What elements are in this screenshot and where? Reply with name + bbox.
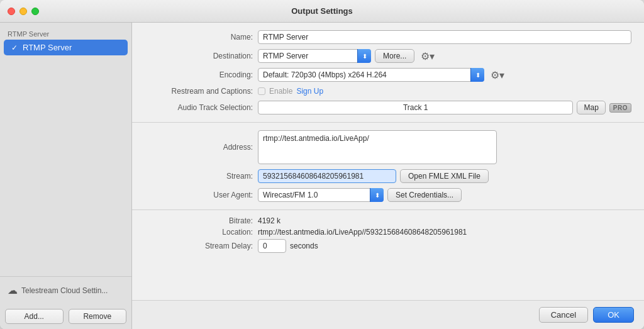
name-label: Name: — [145, 33, 258, 42]
destination-select[interactable]: RTMP Server — [258, 49, 371, 63]
stream-delay-input[interactable] — [258, 239, 286, 253]
sidebar-item-rtmp[interactable]: ✓ RTMP Server — [4, 40, 128, 55]
audio-track-label: Audio Track Selection: — [145, 103, 258, 112]
middle-section: Address: Stream: Open FMLE XML File User… — [132, 123, 644, 210]
restream-control: Enable Sign Up — [258, 87, 631, 96]
user-agent-select[interactable]: Wirecast/FM 1.0 — [258, 188, 384, 202]
restream-row: Restream and Captions: Enable Sign Up — [145, 87, 631, 96]
remove-button[interactable]: Remove — [69, 309, 127, 324]
name-input[interactable] — [258, 30, 631, 44]
encoding-row: Encoding: Default: 720p30 (4Mbps) x264 H… — [145, 68, 631, 82]
bitrate-row: Bitrate: 4192 k — [145, 216, 631, 225]
cloud-icon: ☁ — [8, 284, 18, 296]
location-label: Location: — [145, 228, 258, 237]
output-settings-window: Output Settings RTMP Server ✓ RTMP Serve… — [0, 0, 644, 329]
cloud-settings-item[interactable]: ☁ Telestream Cloud Settin... — [5, 282, 126, 299]
minimize-button[interactable] — [19, 8, 27, 15]
location-value: rtmp://test.antmedia.io/LiveApp//5932156… — [258, 228, 467, 237]
track-input[interactable] — [258, 101, 573, 114]
cloud-settings-label: Telestream Cloud Settin... — [21, 286, 108, 295]
close-button[interactable] — [8, 8, 15, 15]
user-agent-select-wrapper: Wirecast/FM 1.0 ⬍ — [258, 188, 384, 202]
main-content: RTMP Server ✓ RTMP Server ☁ Telestream C… — [0, 23, 644, 329]
destination-label: Destination: — [145, 52, 258, 60]
encoding-select-wrapper: Default: 720p30 (4Mbps) x264 H.264 ⬍ — [258, 68, 484, 82]
top-section: Name: Destination: RTMP Server ⬍ — [132, 23, 644, 123]
ok-button[interactable]: OK — [593, 307, 634, 323]
map-button[interactable]: Map — [577, 101, 605, 114]
enable-checkbox-group: Enable — [258, 87, 292, 96]
stream-delay-label: Stream Delay: — [145, 242, 258, 250]
encoding-select[interactable]: Default: 720p30 (4Mbps) x264 H.264 — [258, 68, 484, 82]
destination-control: RTMP Server ⬍ More... ⚙▾ — [258, 49, 631, 63]
sidebar: RTMP Server ✓ RTMP Server ☁ Telestream C… — [0, 23, 132, 329]
enable-label: Enable — [269, 87, 292, 96]
audio-track-row: Audio Track Selection: Map PRO — [145, 101, 631, 114]
window-title: Output Settings — [291, 6, 353, 16]
stream-row: Stream: Open FMLE XML File — [145, 169, 631, 183]
enable-checkbox[interactable] — [258, 87, 265, 95]
info-section: Bitrate: 4192 k Location: rtmp://test.an… — [132, 210, 644, 262]
set-credentials-button[interactable]: Set Credentials... — [387, 188, 462, 202]
seconds-label: seconds — [290, 242, 318, 250]
gear-icon: ⚙ — [421, 50, 430, 62]
stream-delay-control: seconds — [258, 239, 631, 253]
settings-panel: Name: Destination: RTMP Server ⬍ — [132, 23, 644, 329]
cancel-button[interactable]: Cancel — [539, 307, 588, 323]
sidebar-group-label: RTMP Server — [0, 28, 131, 39]
stream-delay-row: Stream Delay: seconds — [145, 239, 631, 253]
bitrate-value: 4192 k — [258, 216, 280, 225]
add-button[interactable]: Add... — [5, 309, 64, 324]
track-input-wrapper — [258, 101, 573, 114]
stream-input[interactable] — [258, 169, 396, 183]
maximize-button[interactable] — [31, 8, 39, 15]
encoding-control: Default: 720p30 (4Mbps) x264 H.264 ⬍ ⚙▾ — [258, 68, 631, 82]
encoding-gear-icon: ⚙ — [491, 69, 499, 81]
encoding-label: Encoding: — [145, 70, 258, 79]
open-fmle-button[interactable]: Open FMLE XML File — [400, 169, 489, 183]
address-row: Address: — [145, 130, 631, 164]
footer-buttons: Cancel OK — [132, 300, 644, 329]
user-agent-row: User Agent: Wirecast/FM 1.0 ⬍ Set Creden… — [145, 188, 631, 202]
destination-gear-button[interactable]: ⚙▾ — [418, 50, 437, 62]
title-bar: Output Settings — [0, 0, 644, 23]
pro-badge: PRO — [609, 103, 631, 113]
user-agent-control: Wirecast/FM 1.0 ⬍ Set Credentials... — [258, 188, 631, 202]
bitrate-label: Bitrate: — [145, 216, 258, 225]
encoding-gear-button[interactable]: ⚙▾ — [488, 69, 507, 81]
address-textarea[interactable] — [258, 130, 497, 164]
more-button[interactable]: More... — [375, 49, 414, 63]
sidebar-buttons: Add... Remove — [0, 304, 131, 329]
destination-row: Destination: RTMP Server ⬍ More... ⚙▾ — [145, 49, 631, 63]
address-control — [258, 130, 631, 164]
stream-control: Open FMLE XML File — [258, 169, 631, 183]
check-icon: ✓ — [10, 43, 19, 52]
address-label: Address: — [145, 143, 258, 152]
stream-label: Stream: — [145, 172, 258, 181]
destination-select-wrapper: RTMP Server ⬍ — [258, 49, 371, 63]
location-row: Location: rtmp://test.antmedia.io/LiveAp… — [145, 228, 631, 237]
sidebar-bottom: ☁ Telestream Cloud Settin... — [0, 276, 131, 304]
sidebar-item-label: RTMP Server — [23, 43, 72, 52]
traffic-lights — [8, 8, 39, 15]
audio-track-control: Map PRO — [258, 101, 631, 114]
name-control — [258, 30, 631, 44]
sign-up-link[interactable]: Sign Up — [296, 87, 323, 96]
name-row: Name: — [145, 30, 631, 44]
user-agent-label: User Agent: — [145, 191, 258, 199]
restream-label: Restream and Captions: — [145, 87, 258, 96]
